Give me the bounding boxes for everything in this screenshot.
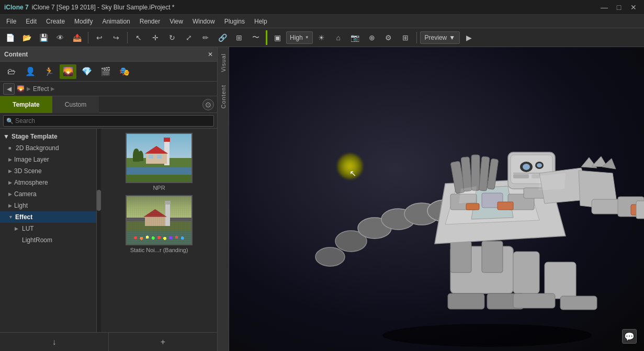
minimize-button[interactable]: — bbox=[598, 3, 611, 12]
tab-custom[interactable]: Custom bbox=[52, 96, 99, 113]
panel-icon-animation[interactable]: 🎬 bbox=[97, 64, 114, 79]
panel-icon-motion[interactable]: 🏃 bbox=[41, 64, 58, 79]
panel-download-button[interactable]: ↓ bbox=[0, 333, 109, 352]
svg-point-1 bbox=[315, 247, 345, 266]
quality-dropdown[interactable]: High bbox=[286, 31, 313, 44]
main-toolbar: 📄 📂 💾 👁 📤 ↩ ↪ ↖ ✛ ↻ ⤢ ✏ 🔗 ⊞ 〜 ▣ High ☀ ⌂… bbox=[0, 28, 644, 47]
quality-label: High bbox=[290, 34, 303, 41]
svg-rect-9 bbox=[482, 241, 503, 273]
panel-icon-template[interactable]: 🎭 bbox=[116, 64, 133, 79]
panel-icon-toolbar: 🗁 👤 🏃 🌄 💎 🎬 🎭 bbox=[0, 62, 217, 82]
content-panel: Content ✕ 🗁 👤 🏃 🌄 💎 🎬 🎭 ◀ 🌄 ▶ Effect ▶ T… bbox=[0, 47, 218, 351]
panel-icon-character[interactable]: 👤 bbox=[22, 64, 39, 79]
svg-rect-37 bbox=[471, 155, 480, 190]
tab-template[interactable]: Template bbox=[0, 96, 52, 113]
menu-file[interactable]: File bbox=[2, 17, 20, 26]
breadcrumb-back-button[interactable]: ◀ bbox=[3, 83, 15, 95]
toolbar-export[interactable]: 📤 bbox=[69, 30, 85, 45]
toolbar-scale[interactable]: ⤢ bbox=[181, 30, 197, 45]
toolbar-sun[interactable]: ☀ bbox=[314, 30, 330, 45]
toolbar-import[interactable]: 👁 bbox=[52, 30, 68, 45]
svg-rect-28 bbox=[513, 174, 529, 178]
tree-item-lut[interactable]: ▶ LUT bbox=[0, 223, 96, 234]
preview-label: Preview bbox=[425, 34, 447, 41]
maximize-button[interactable]: □ bbox=[613, 3, 625, 12]
title-bar: iClone 7 iClone 7 [Sep 19 2018] - Sky Bl… bbox=[0, 0, 644, 15]
separator-1 bbox=[88, 32, 88, 43]
tree-label-stage: Stage Template bbox=[12, 133, 58, 140]
menu-plugins[interactable]: Plugins bbox=[220, 17, 249, 26]
tree-arrow-cam: ▶ bbox=[8, 191, 12, 197]
menu-modify[interactable]: Modify bbox=[70, 17, 97, 26]
menu-help[interactable]: Help bbox=[250, 17, 272, 26]
tree-arrow-stage: ▼ bbox=[3, 133, 9, 140]
svg-rect-12 bbox=[448, 293, 484, 309]
toolbar-rotate[interactable]: ↻ bbox=[164, 30, 180, 45]
panel-icon-scene[interactable]: 🌄 bbox=[60, 64, 76, 79]
menu-animation[interactable]: Animation bbox=[98, 17, 134, 26]
tree-item-light[interactable]: ▶ Light bbox=[0, 200, 96, 211]
thumbnail-npr[interactable]: NPR bbox=[105, 133, 213, 191]
window-controls: — □ ✕ bbox=[598, 3, 640, 12]
menu-bar: File Edit Create Modify Animation Render… bbox=[0, 15, 644, 28]
thumbnail-static-noise[interactable]: Static Noi...r (Banding) bbox=[105, 195, 213, 253]
tree-label-effect: Effect bbox=[15, 213, 32, 221]
toolbar-expand[interactable]: ⊕ bbox=[364, 30, 380, 45]
panel-icon-folder[interactable]: 🗁 bbox=[3, 64, 20, 79]
vtab-visual[interactable]: Visual bbox=[219, 47, 228, 78]
toolbar-undo[interactable]: ↩ bbox=[92, 30, 107, 45]
tree-item-image-layer[interactable]: ▶ Image Layer bbox=[0, 154, 96, 165]
toolbar-move[interactable]: ✛ bbox=[148, 30, 163, 45]
breadcrumb-effect: Effect bbox=[33, 85, 49, 93]
tree-label-image: Image Layer bbox=[14, 156, 49, 163]
content-panel-close[interactable]: ✕ bbox=[208, 51, 213, 58]
menu-create[interactable]: Create bbox=[42, 17, 69, 26]
content-panel-title: Content bbox=[4, 51, 28, 58]
scrollbar-thumb[interactable] bbox=[97, 190, 101, 211]
tree-arrow-3d: ▶ bbox=[8, 168, 12, 174]
toolbar-settings[interactable]: ⚙ bbox=[381, 30, 397, 45]
toolbar-link[interactable]: 🔗 bbox=[214, 30, 230, 45]
menu-window[interactable]: Window bbox=[188, 17, 219, 26]
tree-stage-template[interactable]: ▼ Stage Template bbox=[0, 131, 96, 142]
toolbar-brush[interactable]: ✏ bbox=[198, 30, 213, 45]
toolbar-snap[interactable]: ⊞ bbox=[231, 30, 247, 45]
tab-expand-button[interactable]: ⊙ bbox=[202, 99, 214, 110]
tree-label-atmo: Atmosphere bbox=[14, 179, 48, 186]
3d-viewport[interactable]: ↖ bbox=[229, 47, 644, 351]
menu-render[interactable]: Render bbox=[135, 17, 164, 26]
tree-item-effect[interactable]: ▼ Effect bbox=[0, 211, 96, 223]
tree-item-3d-scene[interactable]: ▶ 3D Scene bbox=[0, 165, 96, 177]
chat-icon[interactable]: 💬 bbox=[622, 329, 637, 344]
tree-list: ▼ Stage Template ■ 2D Background ▶ Image… bbox=[0, 129, 97, 332]
tree-item-2d-background[interactable]: ■ 2D Background bbox=[0, 142, 96, 154]
search-icon: 🔍 bbox=[6, 117, 14, 124]
breadcrumb-bar: ◀ 🌄 ▶ Effect ▶ bbox=[0, 82, 217, 96]
close-button[interactable]: ✕ bbox=[627, 3, 640, 12]
toolbar-camera1[interactable]: 📷 bbox=[347, 30, 363, 45]
vtab-content[interactable]: Content bbox=[219, 78, 228, 115]
menu-view[interactable]: View bbox=[165, 17, 187, 26]
viewport-scene: ↖ bbox=[229, 47, 644, 351]
tree-item-lightroom[interactable]: LightRoom bbox=[0, 234, 96, 246]
toolbar-select[interactable]: ↖ bbox=[131, 30, 146, 45]
panel-add-button[interactable]: + bbox=[109, 333, 217, 352]
tree-label-light: Light bbox=[14, 202, 28, 209]
tree-label-bg: 2D Background bbox=[16, 144, 59, 152]
toolbar-redo[interactable]: ↪ bbox=[108, 30, 124, 45]
toolbar-save[interactable]: 💾 bbox=[36, 30, 51, 45]
tree-item-camera[interactable]: ▶ Camera bbox=[0, 188, 96, 200]
toolbar-deform[interactable]: 〜 bbox=[248, 30, 264, 45]
toolbar-extra[interactable]: ⊞ bbox=[398, 30, 413, 45]
preview-button[interactable]: Preview ▼ bbox=[420, 31, 460, 44]
tree-item-atmosphere[interactable]: ▶ Atmosphere bbox=[0, 177, 96, 188]
toolbar-open[interactable]: 📂 bbox=[19, 30, 35, 45]
search-input[interactable] bbox=[3, 115, 214, 127]
scrollbar-track[interactable] bbox=[97, 129, 101, 332]
toolbar-viewport-mode[interactable]: ▣ bbox=[269, 30, 285, 45]
toolbar-new[interactable]: 📄 bbox=[2, 30, 18, 45]
toolbar-chevron-right[interactable]: ▶ bbox=[461, 30, 477, 45]
panel-icon-props[interactable]: 💎 bbox=[78, 64, 95, 79]
toolbar-home[interactable]: ⌂ bbox=[331, 30, 346, 45]
menu-edit[interactable]: Edit bbox=[21, 17, 41, 26]
